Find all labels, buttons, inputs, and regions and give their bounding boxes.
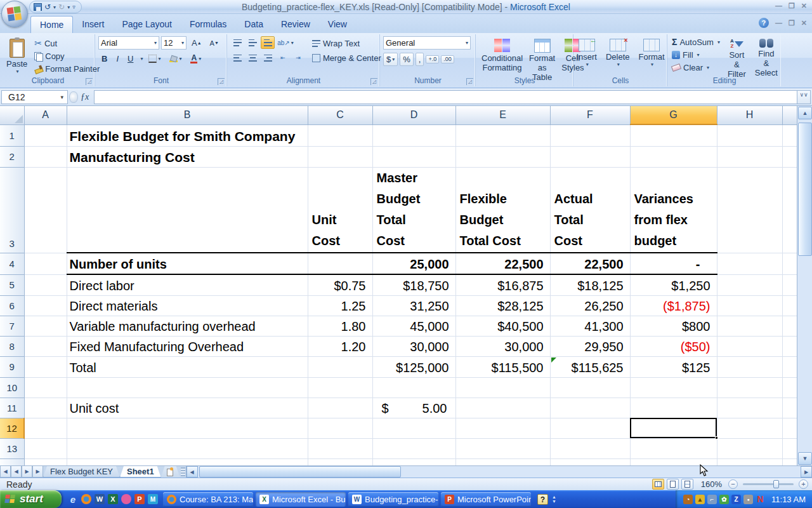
align-left-button[interactable]: [230, 51, 244, 64]
align-right-button[interactable]: [261, 51, 275, 64]
zoom-out-button[interactable]: −: [728, 479, 738, 489]
taskbar-button-powerpoint[interactable]: P Microsoft PowerPoint ...: [441, 492, 531, 507]
sheet-tab-flex-budget-key[interactable]: Flex Budget KEY: [43, 466, 120, 478]
language-bar-arrows-icon[interactable]: ▲▼: [552, 495, 556, 504]
cell-G8[interactable]: ($50): [630, 336, 717, 356]
row-header-6[interactable]: 6: [0, 295, 24, 316]
tab-formulas[interactable]: Formulas: [181, 16, 235, 33]
cell-E8[interactable]: 30,000: [455, 336, 550, 356]
scroll-up-button[interactable]: ▲: [798, 107, 812, 119]
cell-C6[interactable]: 1.25: [308, 295, 372, 316]
last-sheet-button[interactable]: ▶: [32, 466, 43, 478]
tray-shield-icon[interactable]: ▲: [695, 495, 705, 504]
clear-button[interactable]: Clear ▾: [671, 62, 721, 73]
font-dialog-launcher-icon[interactable]: ◿: [218, 78, 225, 85]
cell-G9[interactable]: $125: [630, 356, 717, 377]
merge-center-button[interactable]: Merge & Center ▾: [310, 53, 390, 64]
cell-F9[interactable]: $115,625: [550, 356, 630, 377]
cell-B8[interactable]: Fixed Manufacturing Overhead: [67, 336, 308, 356]
quicklaunch-messenger-icon[interactable]: M: [148, 494, 158, 504]
accounting-format-button[interactable]: $▾: [383, 53, 398, 66]
format-cells-button[interactable]: Format ▾: [636, 36, 667, 70]
row-header-10[interactable]: 10: [0, 377, 24, 398]
name-box[interactable]: G12 ▾: [1, 90, 68, 104]
fill-button[interactable]: ↓ Fill ▾: [671, 50, 721, 60]
cell-C5[interactable]: $0.75: [308, 274, 372, 295]
number-format-select[interactable]: General▾: [383, 36, 471, 50]
quicklaunch-key-icon[interactable]: [121, 494, 131, 504]
cell-C3-header[interactable]: Unit Cost: [308, 167, 372, 253]
cell-B5[interactable]: Direct labor: [67, 274, 308, 295]
col-header-C[interactable]: C: [308, 106, 372, 124]
number-dialog-launcher-icon[interactable]: ◿: [466, 78, 473, 85]
orientation-button[interactable]: ab↗▾: [276, 36, 295, 49]
cell-G6[interactable]: ($1,875): [630, 295, 717, 316]
normal-view-button[interactable]: [652, 479, 664, 490]
window-minimize-button[interactable]: —: [775, 2, 782, 10]
row-header-13[interactable]: 13: [0, 438, 24, 458]
row-header-9[interactable]: 9: [0, 356, 24, 377]
cell-E9[interactable]: $115,500: [455, 356, 550, 377]
quicklaunch-firefox-icon[interactable]: [81, 494, 91, 504]
align-middle-button[interactable]: [246, 36, 259, 49]
select-all-corner[interactable]: [0, 106, 24, 124]
bold-button[interactable]: B: [98, 52, 110, 65]
cell-D11[interactable]: $ 5.00: [372, 398, 455, 418]
cut-button[interactable]: ✂ Cut: [32, 37, 102, 49]
cell-G4[interactable]: -: [630, 253, 717, 274]
fill-color-button[interactable]: ▾: [166, 52, 185, 65]
help-icon[interactable]: ?: [759, 18, 769, 28]
col-header-A[interactable]: A: [24, 106, 67, 124]
align-center-button[interactable]: [246, 51, 259, 64]
decrease-indent-button[interactable]: ⇤: [276, 51, 290, 64]
clipboard-dialog-launcher-icon[interactable]: ◿: [86, 78, 93, 85]
row-header-4[interactable]: 4: [0, 253, 24, 274]
workbook-restore-button[interactable]: ❐: [789, 19, 795, 27]
font-family-select[interactable]: Arial▾: [98, 36, 159, 50]
grow-font-button[interactable]: A▲: [188, 36, 205, 50]
row-header-7[interactable]: 7: [0, 316, 24, 336]
tray-z-icon[interactable]: Z: [731, 495, 741, 504]
sort-filter-button[interactable]: AZ Sort & Filter: [725, 36, 749, 81]
zoom-level[interactable]: 160%: [701, 479, 722, 489]
quicklaunch-excel-icon[interactable]: X: [108, 494, 118, 504]
cell-B11[interactable]: Unit cost: [67, 398, 308, 418]
cell-C9[interactable]: [308, 356, 372, 377]
office-button[interactable]: [1, 1, 28, 27]
cell-G3-header[interactable]: Variances from flex budget: [630, 167, 717, 253]
cell-F6[interactable]: 26,250: [550, 295, 630, 316]
col-header-D[interactable]: D: [372, 106, 455, 124]
delete-cells-button[interactable]: × Delete ▾: [603, 36, 632, 70]
cell-D4[interactable]: 25,000: [372, 253, 455, 274]
active-cell-selection-border[interactable]: [630, 418, 717, 438]
col-header-F[interactable]: F: [550, 106, 630, 124]
clock[interactable]: 11:13 AM: [771, 495, 806, 504]
cell-E4[interactable]: 22,500: [455, 253, 550, 274]
tab-scroll-splitter[interactable]: [181, 467, 185, 476]
underline-dropdown-icon[interactable]: ▾: [140, 56, 143, 62]
autosum-button[interactable]: Σ AutoSum ▾: [671, 36, 721, 48]
expand-formula-bar-button[interactable]: ∨∨: [797, 90, 811, 104]
alignment-dialog-launcher-icon[interactable]: ◿: [370, 78, 377, 85]
cell-B2-title[interactable]: Manufacturing Cost: [67, 146, 308, 167]
cell-B9[interactable]: Total: [67, 356, 308, 377]
tab-insert[interactable]: Insert: [73, 16, 113, 33]
cell-E5[interactable]: $16,875: [455, 274, 550, 295]
row-header-11[interactable]: 11: [0, 398, 24, 418]
row-header-12-selected[interactable]: 12: [0, 418, 24, 438]
find-select-button[interactable]: Find & Select: [752, 36, 780, 81]
align-bottom-button[interactable]: [261, 36, 275, 49]
cell-F7[interactable]: 41,300: [550, 316, 630, 336]
cell-B6[interactable]: Direct materials: [67, 295, 308, 316]
insert-worksheet-button[interactable]: [161, 466, 180, 478]
insert-function-button[interactable]: ƒx: [79, 92, 94, 102]
cell-E7[interactable]: $40,500: [455, 316, 550, 336]
copy-button[interactable]: Copy: [32, 51, 102, 62]
cell-D5[interactable]: $18,750: [372, 274, 455, 295]
col-header-E[interactable]: E: [455, 106, 550, 124]
zoom-slider[interactable]: [743, 483, 794, 485]
quicklaunch-powerpoint-icon[interactable]: P: [134, 494, 145, 504]
window-close-button[interactable]: ✕: [801, 2, 807, 10]
tab-view[interactable]: View: [319, 16, 356, 33]
horizontal-scrollbar[interactable]: ◀ ▶: [186, 466, 812, 478]
